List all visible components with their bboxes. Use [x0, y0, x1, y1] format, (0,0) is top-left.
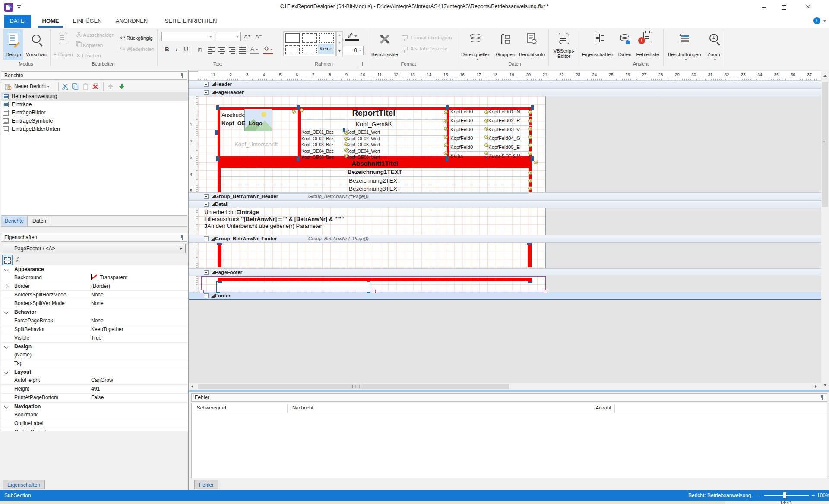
- selection-handle[interactable]: [297, 156, 300, 161]
- selection-handle[interactable]: [215, 130, 218, 135]
- group-footer-surface[interactable]: [198, 243, 546, 268]
- tab-seite-einrichten[interactable]: SEITE EINRICHTEN: [163, 15, 218, 28]
- collapse-icon[interactable]: [204, 90, 209, 95]
- collapse-icon[interactable]: [204, 270, 209, 275]
- outline-handle[interactable]: [544, 290, 547, 293]
- property-value[interactable]: True: [91, 334, 101, 342]
- bottom-tab-fehler[interactable]: Fehler: [194, 480, 218, 489]
- dialog-launcher-icon[interactable]: [358, 62, 363, 66]
- column-anzahl[interactable]: Anzahl: [578, 405, 611, 410]
- property-value[interactable]: False: [91, 394, 104, 402]
- selection-handle[interactable]: [216, 156, 219, 161]
- design-button[interactable]: Design: [3, 29, 23, 60]
- property-row[interactable]: BordersSplitHorzModeNone: [1, 291, 188, 299]
- maximize-button[interactable]: [774, 0, 794, 14]
- tab-einfuegen[interactable]: EINFÜGEN: [70, 15, 104, 28]
- selection-handle[interactable]: [297, 105, 300, 110]
- collapse-icon[interactable]: [204, 293, 209, 298]
- datenquellen-button[interactable]: Datenquellen: [459, 29, 492, 60]
- eigenschaften-button[interactable]: Eigenschaften: [581, 29, 614, 60]
- categorized-view-button[interactable]: [2, 255, 13, 265]
- pin-icon[interactable]: [180, 73, 184, 79]
- selection-handle[interactable]: [343, 128, 345, 132]
- minimize-button[interactable]: –: [754, 0, 774, 14]
- property-category[interactable]: Design: [1, 343, 188, 351]
- pin-icon[interactable]: [180, 235, 184, 240]
- collapse-icon[interactable]: [204, 194, 209, 199]
- daten-fenster-button[interactable]: Daten: [616, 29, 634, 60]
- property-value[interactable]: Transparent: [91, 274, 127, 282]
- property-value[interactable]: None: [91, 317, 104, 325]
- border-dotted-button[interactable]: [319, 33, 334, 43]
- align-right-button[interactable]: [227, 46, 237, 56]
- new-report-icon[interactable]: [5, 83, 12, 91]
- property-row[interactable]: OutlineParent: [1, 428, 188, 431]
- delete-report-button[interactable]: [92, 83, 100, 91]
- red-vertical-bar[interactable]: [528, 245, 532, 267]
- collapse-icon[interactable]: [204, 202, 209, 207]
- section-header-group-footer[interactable]: Group_BetrAnwNr_Footer Group_BetrAnwNr (…: [189, 235, 821, 243]
- format-uebertragen-button[interactable]: Format übertragen: [402, 33, 452, 42]
- fill-color-button[interactable]: [263, 45, 273, 54]
- tree-item[interactable]: EinträgeBilderUnten: [1, 125, 188, 133]
- property-row[interactable]: OutlineLabel: [1, 419, 188, 428]
- section-header-detail[interactable]: Detail: [189, 200, 821, 208]
- section-header-footer[interactable]: Footer: [189, 292, 821, 300]
- selection-handle[interactable]: [216, 105, 219, 110]
- neuer-bericht-button[interactable]: Neuer Bericht: [14, 83, 50, 89]
- rueckgaengig-button[interactable]: ↩ Rückgängig: [120, 33, 153, 42]
- font-family-combo[interactable]: [161, 32, 214, 41]
- align-left-button[interactable]: [206, 46, 216, 56]
- property-value[interactable]: None: [91, 299, 104, 308]
- property-object-selector[interactable]: PageFooter / <A>: [3, 244, 186, 253]
- border-dotted2-button[interactable]: [302, 45, 317, 54]
- property-row[interactable]: VisibleTrue: [1, 334, 188, 343]
- border-none-button[interactable]: Keine: [318, 44, 334, 54]
- underline-button[interactable]: U: [181, 45, 191, 54]
- property-row[interactable]: PrintAtPageBottomFalse: [1, 394, 188, 402]
- beschriftungen-button[interactable]: Beschriftungen: [666, 29, 703, 60]
- bold-button[interactable]: B: [162, 45, 172, 54]
- border-gallery-spinner[interactable]: [336, 31, 343, 56]
- alphabetical-sort-button[interactable]: AZ↓: [13, 255, 23, 265]
- selection-handle[interactable]: [218, 281, 222, 283]
- tree-item[interactable]: Einträge: [1, 101, 188, 109]
- vbscript-editor-button[interactable]: VBScript-Editor: [551, 29, 577, 60]
- border-solid-button[interactable]: [285, 33, 300, 43]
- tree-item[interactable]: Betriebsanweisung: [1, 92, 188, 101]
- align-center-button[interactable]: [217, 46, 226, 56]
- column-schweregrad[interactable]: Schweregrad: [197, 405, 226, 410]
- column-separator[interactable]: [287, 404, 288, 413]
- shrink-font-button[interactable]: A⁻: [254, 32, 263, 41]
- section-header-pagefooter[interactable]: PageFooter: [189, 268, 821, 276]
- cut-button[interactable]: [62, 83, 69, 91]
- selection-handle[interactable]: [531, 105, 534, 110]
- zoom-in-button[interactable]: +: [811, 490, 815, 501]
- outline-handle[interactable]: [200, 290, 204, 293]
- ausschneiden-button[interactable]: Ausschneiden: [76, 30, 114, 40]
- zoom-out-button[interactable]: −: [757, 490, 761, 500]
- tab-home[interactable]: HOME: [38, 15, 63, 28]
- tab-anordnen[interactable]: ANORDNEN: [113, 15, 150, 28]
- property-row[interactable]: AutoHeightCanGrow: [1, 376, 188, 385]
- property-category[interactable]: Behavior: [1, 308, 188, 316]
- als-tabellenzeile-button[interactable]: Als Tabellenzeile: [402, 44, 447, 54]
- bottom-tab-eigenschaften[interactable]: Eigenschaften: [3, 480, 45, 489]
- property-row[interactable]: Bookmark: [1, 411, 188, 419]
- property-row[interactable]: SplitBehaviorKeepTogether: [1, 325, 188, 334]
- einfuegen-button[interactable]: Einfügen: [53, 29, 73, 60]
- property-value[interactable]: (Border): [91, 282, 110, 290]
- selected-section-outline[interactable]: [201, 276, 546, 291]
- subreport-field[interactable]: Unterbericht:EinträgeFilterausdruck:"[Be…: [204, 209, 344, 230]
- collapse-icon[interactable]: [204, 236, 209, 241]
- help-info-icon[interactable]: i: [813, 17, 820, 24]
- property-row[interactable]: BackgroundTransparent: [1, 274, 188, 282]
- close-button[interactable]: ×: [798, 0, 818, 14]
- property-value[interactable]: None: [91, 291, 104, 299]
- selection-handle[interactable]: [446, 156, 449, 161]
- property-row[interactable]: BordersSplitVertModeNone: [1, 299, 188, 308]
- tree-item[interactable]: EinträgeBilder: [1, 109, 188, 117]
- gruppen-button[interactable]: Gruppen: [494, 29, 517, 60]
- tab-berichte[interactable]: Berichte: [1, 216, 28, 226]
- vertical-scrollbar[interactable]: ≡: [821, 71, 829, 390]
